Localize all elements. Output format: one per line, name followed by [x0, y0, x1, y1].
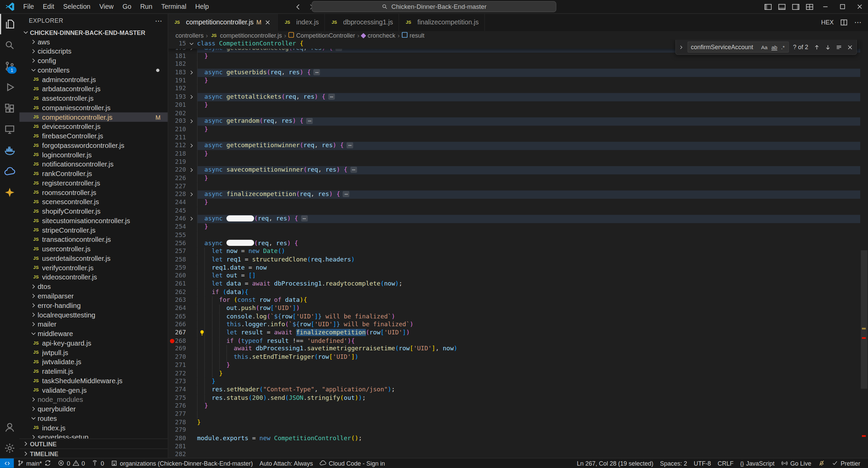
file-verifycontroller.js[interactable]: JSverifycontroller.js [19, 263, 168, 273]
chevron-down-icon[interactable] [188, 40, 195, 47]
file-shopifyController.js[interactable]: JSshopifyController.js [19, 207, 168, 216]
code-line-182[interactable]: 182 [168, 61, 860, 69]
status-go-live[interactable]: Go Live [778, 459, 814, 468]
find-previous-icon[interactable] [812, 43, 821, 51]
folder-localrequesttesting[interactable]: localrequesttesting [19, 310, 168, 319]
activitybar-docker[interactable] [0, 139, 19, 160]
code-line-279[interactable]: 279 [168, 427, 860, 435]
status-eol[interactable]: CRLF [714, 459, 737, 468]
file-scenescontroller.js[interactable]: JSscenescontroller.js [19, 197, 168, 207]
find-close-icon[interactable] [845, 43, 854, 51]
breadcrumb-controllers[interactable]: controllers [176, 32, 204, 39]
folder-controllers[interactable]: controllers [19, 65, 168, 75]
scrollbar-thumb[interactable] [861, 250, 868, 389]
fold-chevron-icon[interactable] [188, 167, 195, 174]
activitybar-source-control[interactable]: 1 [0, 55, 19, 76]
file-companiescontroller.js[interactable]: JScompaniescontroller.js [19, 103, 168, 113]
code-line-282[interactable]: 282 [168, 451, 860, 459]
status-cursor-position[interactable]: Ln 267, Col 28 (19 selected) [573, 459, 656, 468]
status-organizations[interactable]: organizations (Chicken-Dinner-Back-End-m… [107, 459, 256, 468]
file-assetcontroller.js[interactable]: JSassetcontroller.js [19, 94, 168, 103]
file-rankController.js[interactable]: JSrankController.js [19, 169, 168, 178]
folder-aws[interactable]: aws [19, 37, 168, 46]
close-tab-icon[interactable] [264, 19, 272, 26]
code-editor[interactable]: 173 async getuserbalancelog(req, res) {⋯… [168, 40, 868, 459]
back-icon[interactable] [294, 2, 302, 11]
code-line-193[interactable]: 193 async gettotaltickets(req, res) {⋯ [168, 93, 860, 101]
code-line-254[interactable]: 254 } [168, 223, 860, 231]
folder-mailer[interactable]: mailer [19, 319, 168, 329]
code-line-191[interactable]: 191 } [168, 77, 860, 85]
code-line-218[interactable]: 218 } [168, 150, 860, 158]
scrollbar[interactable] [860, 40, 868, 459]
code-line-212[interactable]: 212 async getcompetitionwinner(req, res)… [168, 142, 860, 150]
menu-selection[interactable]: Selection [59, 0, 95, 13]
menu-view[interactable]: View [95, 0, 118, 13]
code-line-210[interactable]: 210 } [168, 125, 860, 134]
toggle-secondary-sidebar-icon[interactable] [789, 0, 803, 13]
code-line-255[interactable]: 255 [168, 231, 860, 239]
breadcrumb-result[interactable]: result [402, 32, 425, 39]
folder-config[interactable]: config [19, 56, 168, 65]
find-expand-toggle-icon[interactable] [678, 44, 685, 50]
command-center[interactable]: Chicken-Dinner-Back-End-master [312, 1, 556, 12]
file-devicescontroller.js[interactable]: JSdevicescontroller.js [19, 122, 168, 131]
code-line-257[interactable]: 257 let now = new Date() [168, 248, 860, 256]
breadcrumb-croncheck[interactable]: croncheck [361, 32, 395, 39]
activitybar-cloud-code[interactable] [0, 160, 19, 181]
folder-error-handling[interactable]: error-handling [19, 301, 168, 310]
menu-run[interactable]: Run [136, 0, 157, 13]
code-line-277[interactable]: 277 [168, 410, 860, 418]
lightbulb-icon[interactable] [199, 330, 205, 336]
code-line-219[interactable]: 219 [168, 158, 860, 166]
file-competitioncontroller.js[interactable]: JScompetitioncontroller.jsM [19, 112, 168, 122]
folder-node_modules[interactable]: node_modules [19, 395, 168, 404]
status-notifications-muted[interactable] [814, 459, 828, 468]
status-encoding[interactable]: UTF-8 [690, 459, 714, 468]
code-line-267[interactable]: 267 let result = await finalizecompetiti… [168, 329, 860, 337]
code-line-203[interactable]: 203 async getrandom(req, res) {⋯ [168, 117, 860, 125]
menu-edit[interactable]: Edit [38, 0, 59, 13]
code-line-258[interactable]: 258 let req1 = structuredClone(req.heade… [168, 256, 860, 264]
code-line-183[interactable]: 183 async getuserbids(req, res) {⋯ [168, 69, 860, 77]
remote-indicator[interactable] [0, 459, 14, 468]
folder-querybuilder[interactable]: querybuilder [19, 404, 168, 414]
code-line-192[interactable]: 192 [168, 85, 860, 93]
code-line-265[interactable]: 265 console.log(`${row['UID']} will be f… [168, 313, 860, 321]
menu-go[interactable]: Go [118, 0, 136, 13]
file-admincontroller.js[interactable]: JSadmincontroller.js [19, 75, 168, 84]
timeline-section[interactable]: TIMELINE [19, 448, 168, 458]
code-line-281[interactable]: 281 [168, 443, 860, 451]
file-transactioncontroller.js[interactable]: JStransactioncontroller.js [19, 235, 168, 244]
code-line-268[interactable]: 268 if (typeof result !== 'undefined'){ [168, 337, 860, 345]
menu-terminal[interactable]: Terminal [157, 0, 191, 13]
regex-toggle[interactable]: .* [780, 44, 786, 50]
code-line-244[interactable]: 244 } [168, 199, 860, 207]
code-line-266[interactable]: 266 this.logger.info(`${row['UID']} will… [168, 321, 860, 329]
code-line-263[interactable]: 263 for (const row of data){ [168, 296, 860, 305]
status-indentation[interactable]: Spaces: 2 [657, 459, 690, 468]
close-button[interactable] [851, 0, 868, 13]
code-line-259[interactable]: 259 req1.date = now [168, 264, 860, 272]
file-firebaseController.js[interactable]: JSfirebaseController.js [19, 131, 168, 141]
activitybar-gemini[interactable] [0, 182, 19, 203]
fold-chevron-icon[interactable] [188, 69, 195, 76]
file-userdetailscontroller.js[interactable]: JSuserdetailscontroller.js [19, 254, 168, 263]
status-language[interactable]: {}JavaScript [737, 459, 778, 468]
find-input[interactable]: confirmServiceAccount Aa ab .* [688, 41, 789, 53]
breadcrumb-CompetitionController[interactable]: CompetitionController [289, 32, 355, 39]
code-line-264[interactable]: 264 out.push(row['UID']) [168, 305, 860, 313]
code-line-274[interactable]: 274 res.setHeader("Content-Type", "appli… [168, 386, 860, 394]
activitybar-extensions[interactable] [0, 97, 19, 118]
file-stripeController.js[interactable]: JSstripeController.js [19, 225, 168, 235]
code-line-227[interactable]: 227 [168, 182, 860, 191]
activitybar-settings[interactable] [0, 437, 19, 459]
file-sitecustomisationcontroller.js[interactable]: JSsitecustomisationcontroller.js [19, 216, 168, 226]
folder-cicidscripts[interactable]: cicidscripts [19, 46, 168, 56]
breadcrumb-competitioncontroller.js[interactable]: JScompetitioncontroller.js [210, 32, 282, 39]
fold-chevron-icon[interactable] [188, 191, 195, 198]
file-forgotpasswordcontroller.js[interactable]: JSforgotpasswordcontroller.js [19, 141, 168, 150]
status-ports[interactable]: 0 [88, 459, 107, 468]
code-line-228[interactable]: 228 async finalizecompetition(req, res) … [168, 191, 860, 199]
status-branch[interactable]: main* [14, 459, 54, 468]
